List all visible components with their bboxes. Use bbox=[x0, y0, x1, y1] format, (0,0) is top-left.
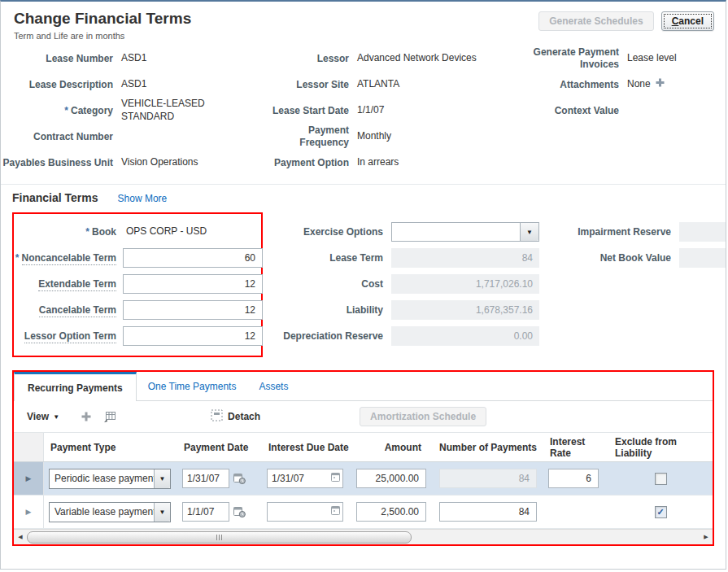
horizontal-scrollbar[interactable]: ◀ ▶ bbox=[14, 529, 713, 544]
add-attachment-icon[interactable] bbox=[655, 77, 665, 92]
date-picker-icon[interactable] bbox=[233, 505, 246, 518]
field-impairment-reserve: Impairment Reserve bbox=[549, 219, 726, 245]
financial-terms-grid: *Book OPS CORP - USD *Noncancelable Term… bbox=[1, 212, 726, 357]
lessor-option-term-input[interactable] bbox=[123, 326, 263, 346]
calendar-icon[interactable] bbox=[331, 505, 340, 518]
interest-due-date-input[interactable] bbox=[272, 473, 331, 484]
payments-panel: Recurring Payments One Time Payments Ass… bbox=[12, 370, 714, 546]
amount-input[interactable] bbox=[356, 469, 426, 488]
depreciation-reserve-value: 0.00 bbox=[391, 326, 539, 346]
col-interest-rate: Interest Rate bbox=[543, 436, 608, 459]
required-icon: * bbox=[15, 252, 20, 264]
field-lease-term: Lease Term 84 bbox=[263, 245, 549, 271]
col-payment-date: Payment Date bbox=[177, 442, 262, 453]
col-exclude-from-liability: Exclude from Liability bbox=[608, 436, 713, 459]
cancelable-term-input[interactable] bbox=[123, 300, 263, 320]
field-attachments: Attachments None bbox=[520, 72, 726, 98]
chevron-down-icon[interactable]: ▼ bbox=[154, 503, 170, 522]
detach-icon bbox=[211, 409, 223, 424]
lease-start-date-value: 1/1/07 bbox=[357, 104, 508, 117]
generate-schedules-button[interactable]: Generate Schedules bbox=[538, 11, 653, 31]
amortization-schedule-button[interactable]: Amortization Schedule bbox=[360, 407, 486, 426]
exclude-from-liability-checkbox[interactable]: ✓ bbox=[655, 506, 667, 518]
depreciation-reserve-label: Depreciation Reserve bbox=[263, 330, 383, 343]
chevron-down-icon: ▼ bbox=[53, 413, 59, 421]
category-label: Category bbox=[71, 105, 113, 116]
col-interest-due-date: Interest Due Date bbox=[262, 442, 351, 453]
net-book-value-value bbox=[679, 248, 726, 268]
field-net-book-value: Net Book Value bbox=[549, 245, 726, 271]
calendar-icon[interactable] bbox=[331, 472, 340, 485]
field-depreciation-reserve: Depreciation Reserve 0.00 bbox=[263, 323, 549, 349]
extendable-term-input[interactable] bbox=[123, 274, 263, 294]
row-expand-icon[interactable]: ▶ bbox=[14, 462, 44, 495]
payment-type-value: Variable lease payment bbox=[50, 506, 154, 517]
change-financial-terms-page: Change Financial Terms Term and Life are… bbox=[0, 0, 726, 570]
financial-middle-column: Exercise Options ▼ Lease Term 84 Cost 1,… bbox=[263, 212, 549, 357]
exercise-options-select[interactable]: ▼ bbox=[391, 222, 539, 242]
detach-label: Detach bbox=[228, 411, 260, 422]
tab-assets[interactable]: Assets bbox=[247, 372, 299, 400]
interest-due-date-field[interactable] bbox=[267, 469, 343, 488]
lease-description-label: Lease Description bbox=[1, 79, 113, 91]
payment-frequency-label: Payment Frequency bbox=[263, 124, 349, 149]
cancelable-term-label: Cancelable Term bbox=[39, 304, 116, 317]
payment-option-label: Payment Option bbox=[263, 157, 349, 169]
payments-toolbar: View ▼ Detach Amortization Schedule bbox=[14, 401, 713, 432]
field-cancelable-term: Cancelable Term bbox=[14, 297, 261, 323]
payment-type-select[interactable]: Variable lease payment ▼ bbox=[49, 502, 171, 522]
duplicate-row-icon[interactable] bbox=[103, 411, 116, 423]
row-handle-header bbox=[14, 433, 44, 461]
lessor-site-label: Lessor Site bbox=[263, 79, 349, 91]
cancel-button[interactable]: Cancel bbox=[661, 11, 714, 31]
payment-date-input[interactable] bbox=[182, 502, 229, 522]
book-label: Book bbox=[92, 226, 116, 238]
scroll-left-icon[interactable]: ◀ bbox=[14, 531, 27, 544]
interest-rate-input[interactable] bbox=[548, 469, 599, 488]
scroll-right-icon[interactable]: ▶ bbox=[700, 531, 713, 544]
scrollbar-thumb[interactable] bbox=[27, 531, 412, 544]
row-expand-icon[interactable]: ▶ bbox=[14, 496, 44, 528]
field-lease-start-date: Lease Start Date 1/1/07 bbox=[263, 98, 520, 124]
financial-terms-header: Financial Terms Show More bbox=[1, 191, 726, 204]
category-value: VEHICLE-LEASED STANDARD bbox=[121, 98, 227, 123]
chevron-down-icon[interactable]: ▼ bbox=[520, 223, 538, 241]
detach-button[interactable]: Detach bbox=[211, 409, 260, 424]
cost-value: 1,717,026.10 bbox=[391, 274, 539, 294]
col-number-of-payments: Number of Payments bbox=[433, 442, 543, 453]
book-value: OPS CORP - USD bbox=[126, 225, 207, 238]
noncancelable-term-input[interactable] bbox=[123, 248, 263, 268]
date-picker-icon[interactable] bbox=[233, 472, 246, 485]
required-icon: * bbox=[85, 226, 89, 238]
field-noncancelable-term: *Noncancelable Term bbox=[14, 245, 261, 271]
payables-business-unit-label: Payables Business Unit bbox=[1, 157, 113, 169]
field-payment-frequency: Payment Frequency Monthly bbox=[263, 124, 520, 150]
add-row-icon[interactable] bbox=[81, 411, 92, 422]
generate-payment-invoices-label: Generate Payment Invoices bbox=[520, 46, 619, 71]
exclude-from-liability-checkbox[interactable]: ✓ bbox=[655, 473, 667, 485]
payment-type-select[interactable]: Periodic lease payment ▼ bbox=[49, 469, 171, 489]
tab-one-time-payments[interactable]: One Time Payments bbox=[137, 372, 248, 400]
amount-input[interactable] bbox=[356, 502, 426, 522]
interest-due-date-input[interactable] bbox=[272, 506, 331, 517]
field-payables-business-unit: Payables Business Unit Vision Operations bbox=[1, 150, 263, 176]
noncancelable-term-label: Noncancelable Term bbox=[22, 252, 116, 265]
col-amount: Amount bbox=[351, 442, 433, 453]
chevron-down-icon[interactable]: ▼ bbox=[154, 469, 170, 488]
lessor-site-value: ATLANTA bbox=[357, 78, 508, 91]
show-more-link[interactable]: Show More bbox=[118, 193, 168, 204]
number-of-payments-input[interactable] bbox=[439, 502, 537, 522]
lease-start-date-label: Lease Start Date bbox=[263, 105, 349, 117]
scrollbar-track[interactable] bbox=[27, 531, 700, 544]
overview-column-2: Lessor Advanced Network Devices Lessor S… bbox=[263, 46, 520, 176]
page-subtitle: Term and Life are in months bbox=[14, 31, 191, 41]
field-liability: Liability 1,678,357.16 bbox=[263, 297, 549, 323]
payment-date-input[interactable] bbox=[182, 469, 229, 488]
contract-number-label: Contract Number bbox=[1, 131, 113, 143]
tab-recurring-payments[interactable]: Recurring Payments bbox=[14, 372, 137, 401]
overview-column-3: Generate Payment Invoices Lease level At… bbox=[520, 46, 726, 176]
view-menu-button[interactable]: View ▼ bbox=[27, 411, 59, 422]
field-payment-option: Payment Option In arrears bbox=[263, 150, 520, 176]
interest-due-date-field[interactable] bbox=[267, 502, 343, 522]
attachments-value: None bbox=[627, 78, 651, 91]
